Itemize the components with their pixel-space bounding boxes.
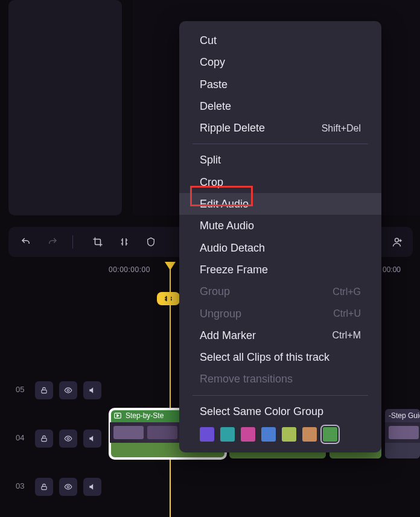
redo-button[interactable] — [43, 233, 62, 251]
track-visibility-button[interactable] — [59, 381, 77, 399]
color-swatch-olive[interactable] — [282, 427, 296, 442]
track-visibility-button[interactable] — [59, 478, 77, 496]
menu-item-crop[interactable]: Crop — [179, 171, 381, 193]
color-swatch-blue[interactable] — [261, 427, 276, 442]
svg-rect-4 — [42, 390, 46, 393]
menu-item-copy[interactable]: Copy — [179, 51, 381, 73]
menu-item-paste[interactable]: Paste — [179, 74, 381, 95]
menu-item-select-all-clips[interactable]: Select all Clips of this track — [179, 346, 381, 368]
user-button[interactable] — [389, 233, 407, 251]
color-swatch-green[interactable] — [323, 427, 337, 442]
color-swatch-purple[interactable] — [200, 427, 214, 442]
svg-point-8 — [67, 437, 69, 440]
track-row-03: 03 — [8, 467, 413, 507]
track-number: 05 — [16, 385, 24, 394]
track-visibility-button[interactable] — [59, 430, 77, 448]
marker-button[interactable] — [142, 233, 160, 251]
track-number: 03 — [16, 481, 24, 490]
color-swatch-orange[interactable] — [302, 427, 317, 442]
menu-item-add-marker[interactable]: Add MarkerCtrl+M — [179, 325, 381, 346]
menu-divider — [192, 144, 368, 144]
svg-rect-7 — [42, 438, 46, 441]
track-number: 04 — [16, 433, 24, 442]
ruler-timecode-start: 00:00:00:00 — [109, 265, 150, 274]
track-lock-button[interactable] — [35, 478, 53, 496]
track-lock-button[interactable] — [35, 381, 53, 399]
menu-item-edit-audio[interactable]: Edit Audio — [179, 193, 381, 215]
menu-item-group: GroupCtrl+G — [179, 281, 381, 302]
split-button[interactable] — [115, 233, 133, 251]
svg-point-3 — [395, 238, 399, 242]
toolbar-separator — [72, 235, 73, 249]
menu-item-cut[interactable]: Cut — [179, 30, 381, 51]
color-swatch-magenta[interactable] — [241, 427, 255, 442]
menu-item-select-same-color: Select Same Color Group — [179, 401, 381, 422]
menu-item-freeze-frame[interactable]: Freeze Frame — [179, 259, 381, 281]
color-swatch-row — [179, 422, 381, 442]
track-mute-button[interactable] — [83, 381, 101, 399]
menu-divider — [192, 395, 368, 396]
track-lock-button[interactable] — [35, 430, 53, 448]
track-mute-button[interactable] — [83, 430, 101, 448]
svg-rect-9 — [42, 486, 46, 489]
svg-point-5 — [67, 389, 69, 392]
ruler-timecode-right: 00:00 — [383, 265, 401, 274]
timeline-marker[interactable] — [157, 292, 180, 305]
menu-item-mute-audio[interactable]: Mute Audio — [179, 215, 381, 236]
svg-point-10 — [67, 486, 69, 488]
menu-item-ungroup: UngroupCtrl+U — [179, 303, 381, 325]
undo-button[interactable] — [17, 233, 35, 251]
track-mute-button[interactable] — [83, 478, 101, 496]
menu-item-split[interactable]: Split — [179, 149, 381, 171]
crop-button[interactable] — [89, 233, 107, 251]
context-menu: Cut Copy Paste Delete Ripple DeleteShift… — [179, 21, 381, 452]
menu-item-delete[interactable]: Delete — [179, 95, 381, 117]
media-preview-panel — [8, 0, 122, 215]
color-swatch-teal[interactable] — [220, 427, 235, 442]
menu-item-audio-detach[interactable]: Audio Detach — [179, 237, 381, 259]
menu-item-remove-transitions: Remove transitions — [179, 368, 381, 390]
menu-item-ripple-delete[interactable]: Ripple DeleteShift+Del — [179, 117, 381, 139]
